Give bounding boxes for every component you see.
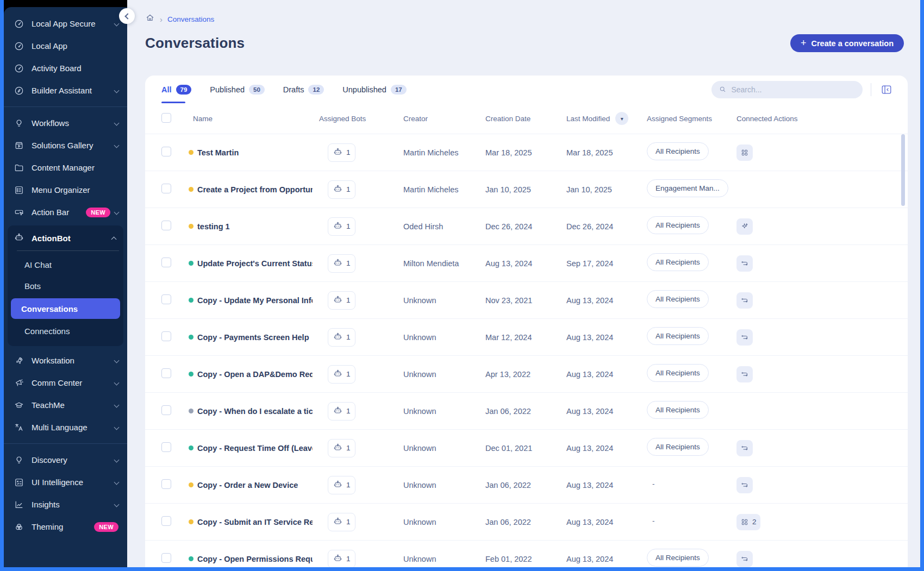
assigned-bots-chip[interactable]: 1 [328, 254, 355, 273]
sidebar-item-comm-center[interactable]: Comm Center [4, 372, 127, 394]
last-modified-cell: Aug 13, 2024 [566, 444, 647, 453]
cursor-bar-icon [14, 207, 24, 218]
flow-action-icon[interactable] [736, 366, 753, 382]
sidebar-item-connections[interactable]: Connections [11, 321, 120, 342]
sidebar-item-action-bar[interactable]: Action Bar NEW [4, 201, 127, 223]
column-header-creator[interactable]: Creator [403, 115, 485, 123]
row-checkbox[interactable] [161, 258, 171, 267]
sidebar-item-discovery[interactable]: Discovery [4, 449, 127, 471]
sidebar-item-activity-board[interactable]: Activity Board [4, 57, 127, 79]
lightbulb-icon [14, 455, 24, 466]
vertical-scrollbar[interactable] [901, 134, 905, 206]
sidebar-item-menu-organizer[interactable]: Menu Organizer [4, 179, 127, 201]
list-icon [14, 185, 24, 196]
flow-action-icon[interactable] [736, 329, 753, 346]
sidebar-item-ai-chat[interactable]: AI Chat [11, 254, 120, 275]
collapse-panel-icon[interactable] [879, 83, 894, 97]
row-checkbox[interactable] [161, 294, 171, 304]
sidebar-item-theming[interactable]: Theming NEW [4, 516, 127, 538]
creator-cell: Unknown [403, 333, 485, 342]
breadcrumb-link-conversations[interactable]: Conversations [167, 15, 214, 23]
plus-icon: + [801, 38, 807, 48]
row-checkbox[interactable] [161, 479, 171, 489]
column-header-assigned-bots[interactable]: Assigned Bots [319, 115, 403, 123]
table-row[interactable]: Update Project's Current Status 1 Milton… [145, 245, 908, 282]
create-conversation-button[interactable]: + Create a conversation [790, 34, 904, 52]
sidebar-item-workflows[interactable]: Workflows [4, 112, 127, 134]
column-header-connected-actions[interactable]: Connected Actions [736, 115, 908, 123]
flow-action-icon[interactable] [736, 255, 753, 272]
assigned-bots-chip[interactable]: 1 [328, 291, 355, 310]
table-row[interactable]: Copy - Payments Screen Help 1 Unknown Ma… [145, 319, 908, 356]
connected-actions-cell [736, 366, 908, 382]
table-row[interactable]: Copy - Open Permissions Requ... 1 Unknow… [145, 541, 908, 567]
sidebar-item-insights[interactable]: Insights [4, 493, 127, 516]
sidebar-item-actionbot[interactable]: ActionBot [8, 225, 123, 250]
sidebar-item-solutions-gallery[interactable]: Solutions Gallery [4, 134, 127, 156]
row-checkbox[interactable] [161, 405, 171, 415]
search-input[interactable] [731, 85, 858, 94]
row-checkbox[interactable] [161, 553, 171, 563]
flow-action-icon[interactable] [736, 292, 753, 309]
sidebar-item-builder-assistant[interactable]: Builder Assistant [4, 79, 127, 102]
table-row[interactable]: Test Martin 1 Martin Micheles Mar 18, 20… [145, 134, 908, 171]
creation-date-cell: Nov 23, 2021 [485, 296, 566, 305]
row-checkbox[interactable] [161, 147, 171, 156]
row-checkbox[interactable] [161, 221, 171, 230]
creator-cell: Milton Mendieta [403, 259, 485, 268]
chart-icon [14, 499, 24, 510]
flow-action-icon[interactable] [736, 440, 753, 456]
tab-unpublished[interactable]: Unpublished 17 [342, 85, 406, 95]
sidebar-item-conversations[interactable]: Conversations [11, 298, 120, 319]
assigned-bots-chip[interactable]: 1 [328, 550, 355, 568]
table-row[interactable]: Copy - Open a DAP&Demo Req... 1 Unknown … [145, 356, 908, 393]
column-header-last-modified[interactable]: Last Modified ▾ [566, 112, 647, 125]
row-checkbox[interactable] [161, 331, 171, 341]
column-header-name[interactable]: Name [189, 115, 319, 123]
chevron-down-icon [114, 358, 120, 363]
tab-published[interactable]: Published 50 [210, 85, 264, 95]
table-row[interactable]: Copy - Update My Personal Info... 1 Unkn… [145, 282, 908, 319]
sidebar-collapse-button[interactable] [119, 8, 135, 24]
row-checkbox[interactable] [161, 516, 171, 526]
sidebar-item-workstation[interactable]: Workstation [4, 349, 127, 372]
sidebar-item-content-manager[interactable]: Content Manager [4, 156, 127, 179]
assigned-bots-chip[interactable]: 1 [328, 328, 355, 347]
assigned-bots-chip[interactable]: 1 [328, 365, 355, 384]
sidebar-item-multi-language[interactable]: Multi Language [4, 416, 127, 438]
table-row[interactable]: Copy - Order a New Device 1 Unknown Jan … [145, 467, 908, 504]
sidebar-item-ui-intelligence[interactable]: UI Intelligence [4, 471, 127, 493]
assigned-bots-chip[interactable]: 1 [328, 513, 355, 531]
home-icon[interactable] [145, 13, 155, 25]
assigned-bots-chip[interactable]: 1 [328, 476, 355, 494]
sidebar-item-teachme[interactable]: TeachMe [4, 394, 127, 416]
assigned-bots-chip[interactable]: 1 [328, 439, 355, 457]
assigned-bots-chip[interactable]: 1 [328, 217, 355, 236]
tab-drafts[interactable]: Drafts 12 [283, 85, 324, 95]
table-row[interactable]: Copy - Request Time Off (Leave) 1 Unknow… [145, 430, 908, 467]
grid-actions-icon[interactable] [736, 145, 753, 161]
sidebar-item-local-app[interactable]: Local App [4, 35, 127, 57]
assigned-bots-chip[interactable]: 1 [328, 402, 355, 421]
table-row[interactable]: Copy - When do I escalate a tick... 1 Un… [145, 393, 908, 430]
row-checkbox[interactable] [161, 442, 171, 452]
row-checkbox[interactable] [161, 368, 171, 378]
select-all-checkbox[interactable] [161, 113, 171, 123]
row-checkbox[interactable] [161, 184, 171, 193]
assigned-bots-chip[interactable]: 1 [328, 143, 355, 162]
table-row[interactable]: Copy - Submit an IT Service Req... 1 Unk… [145, 504, 908, 541]
assigned-bots-chip[interactable]: 1 [328, 180, 355, 199]
flow-action-icon[interactable] [736, 551, 753, 567]
last-modified-cell: Aug 13, 2024 [566, 518, 647, 526]
sidebar-item-local-app-secure[interactable]: Local App Secure [4, 12, 127, 35]
grid-actions-icon[interactable]: 2 [736, 514, 760, 530]
sidebar-item-bots[interactable]: Bots [11, 275, 120, 297]
table-row[interactable]: testing 1 1 Oded Hirsh Dec 26, 2024 Dec … [145, 208, 908, 245]
column-header-assigned-segments[interactable]: Assigned Segments [647, 115, 736, 123]
flow-action-icon[interactable] [736, 477, 753, 493]
tab-all[interactable]: All 79 [161, 85, 191, 95]
sort-direction-button[interactable]: ▾ [615, 112, 628, 125]
column-header-creation-date[interactable]: Creation Date [485, 115, 566, 123]
sparkle-action-icon[interactable] [736, 218, 753, 235]
table-row[interactable]: Create a Project from Opportuni... 1 Mar… [145, 171, 908, 208]
